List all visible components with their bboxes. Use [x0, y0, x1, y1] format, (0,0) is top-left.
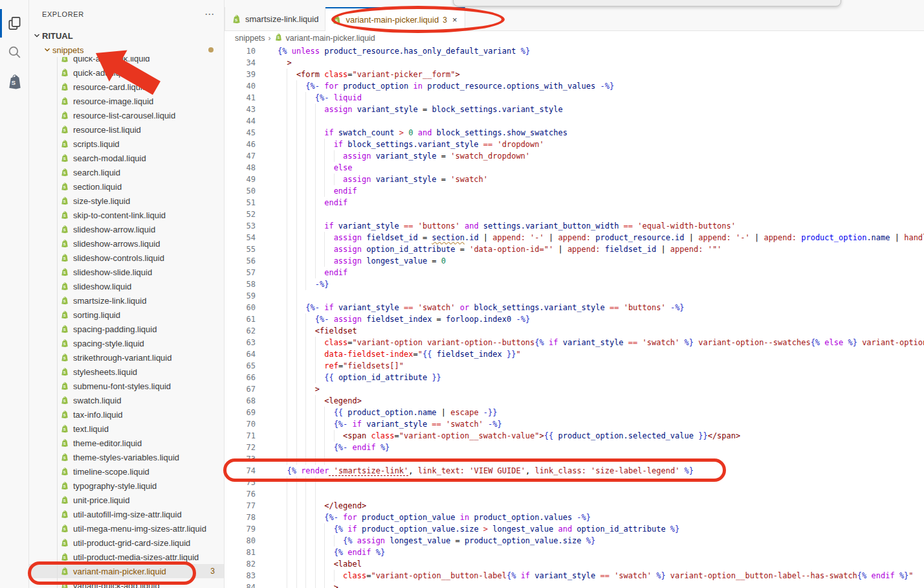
indent-guide: [334, 535, 343, 547]
code-line-34[interactable]: 34>: [225, 57, 924, 69]
file-row[interactable]: Sspacing-style.liquid: [29, 336, 224, 350]
code-line-49[interactable]: 49assign variant_style = 'swatch': [225, 174, 924, 185]
code-line-64[interactable]: 64data-fieldset-index="{{ fieldset_index…: [225, 348, 924, 360]
shopify-icon[interactable]: S: [0, 67, 29, 96]
file-row[interactable]: Sslideshow-controls.liquid: [29, 251, 224, 265]
indent-guide: [315, 418, 324, 430]
breadcrumb-folder[interactable]: snippets: [235, 34, 265, 43]
file-row[interactable]: Ssection.liquid: [29, 179, 224, 194]
svg-text:S: S: [63, 199, 66, 203]
file-row[interactable]: Sstrikethrough-variant.liquid: [29, 350, 224, 365]
code-line-10[interactable]: 10{% unless product_resource.has_only_de…: [225, 45, 924, 57]
indent-guide: [305, 197, 314, 209]
code-line-57[interactable]: 57endif: [225, 267, 924, 278]
views-actions-icon[interactable]: ⋯: [204, 8, 215, 20]
file-row[interactable]: Sresource-list.liquid: [29, 122, 224, 137]
sidebar-item-project-root[interactable]: RITUAL: [29, 28, 224, 43]
code-line-83[interactable]: 83class="variant-option__button-label{% …: [225, 570, 924, 582]
code-line-84[interactable]: 84>: [225, 582, 924, 588]
svg-text:S: S: [63, 370, 66, 374]
indent-guide: [287, 255, 296, 267]
file-row[interactable]: Sskip-to-content-link.liquid: [29, 208, 224, 222]
file-row[interactable]: Ssmartsize-link.liquid: [29, 293, 224, 308]
code-line-78[interactable]: 78{%- for product_option_value in produc…: [225, 512, 924, 523]
code-line-72[interactable]: 72{%- endif %}: [225, 442, 924, 453]
file-row[interactable]: Ssearch-modal.liquid: [29, 151, 224, 165]
code-line-54[interactable]: 54assign fieldset_id = section.id | appe…: [225, 232, 924, 243]
indent-guide: [305, 407, 314, 418]
file-row[interactable]: Sutil-mega-menu-img-sizes-attr.liquid: [29, 521, 224, 536]
file-row[interactable]: Sspacing-padding.liquid: [29, 322, 224, 336]
tab-smartsize-link-liquid[interactable]: Ssmartsize-link.liquid: [225, 7, 325, 30]
code-line-69[interactable]: 69{{ product_option.name | escape -}}: [225, 407, 924, 418]
code-line-79[interactable]: 79{% if product_option_value.size > long…: [225, 523, 924, 535]
code-line-46[interactable]: 46if block_settings.variant_style == 'dr…: [225, 139, 924, 150]
file-row[interactable]: Sscripts.liquid: [29, 137, 224, 151]
code-line-40[interactable]: 40{%- for product_option in product_reso…: [225, 80, 924, 92]
code-line-71[interactable]: 71<span class="variant-option__swatch-va…: [225, 430, 924, 442]
code-line-82[interactable]: 82<label: [225, 558, 924, 570]
code-line-41[interactable]: 41{%- liquid: [225, 92, 924, 104]
file-row[interactable]: Sslideshow.liquid: [29, 279, 224, 293]
file-row[interactable]: Stheme-editor.liquid: [29, 436, 224, 450]
indent-guide: [287, 127, 296, 139]
search-icon[interactable]: [0, 38, 29, 66]
file-row[interactable]: Sunit-price.liquid: [29, 493, 224, 507]
file-row[interactable]: Stimeline-scope.liquid: [29, 464, 224, 479]
file-name: strikethrough-variant.liquid: [73, 353, 171, 363]
code-line-55[interactable]: 55assign option_id_attribute = 'data-opt…: [225, 243, 924, 255]
code-line-53[interactable]: 53if variant_style == 'buttons' and sett…: [225, 220, 924, 232]
code-line-51[interactable]: 51endif: [225, 197, 924, 209]
code-line-67[interactable]: 67>: [225, 383, 924, 395]
code-line-63[interactable]: 63class="variant-option variant-option--…: [225, 337, 924, 348]
file-row[interactable]: Sstylesheets.liquid: [29, 365, 224, 379]
code-line-50[interactable]: 50endif: [225, 185, 924, 197]
code-line-52[interactable]: 52: [225, 209, 924, 220]
file-row[interactable]: Sslideshow-arrows.liquid: [29, 236, 224, 251]
file-row[interactable]: Sslideshow-slide.liquid: [29, 265, 224, 279]
command-palette-remnant[interactable]: [453, 0, 841, 6]
file-row[interactable]: Ssize-style.liquid: [29, 194, 224, 208]
code-line-59[interactable]: 59: [225, 290, 924, 302]
indent-guide: [315, 360, 324, 372]
file-row[interactable]: Stheme-styles-variables.liquid: [29, 450, 224, 464]
code-line-58[interactable]: 58-%}: [225, 278, 924, 290]
code-line-62[interactable]: 62<fieldset: [225, 325, 924, 337]
explorer-files-icon[interactable]: [0, 9, 29, 38]
breadcrumb-file[interactable]: variant-main-picker.liquid: [286, 34, 375, 43]
file-row[interactable]: Ssearch.liquid: [29, 165, 224, 179]
code-line-65[interactable]: 65ref="fieldsets[]": [225, 360, 924, 372]
indent-guide: [315, 582, 324, 588]
file-row[interactable]: Sutil-product-grid-card-size.liquid: [29, 536, 224, 550]
file-row[interactable]: Sutil-autofill-img-size-attr.liquid: [29, 507, 224, 521]
breadcrumb[interactable]: snippets › S variant-main-picker.liquid: [225, 31, 924, 45]
code-line-47[interactable]: 47assign variant_style = 'swatch_dropdow…: [225, 150, 924, 162]
code-line-76[interactable]: 76: [225, 488, 924, 500]
code-line-45[interactable]: 45if swatch_count > 0 and block_settings…: [225, 127, 924, 139]
file-row[interactable]: Stypography-style.liquid: [29, 479, 224, 493]
file-row[interactable]: Sswatch.liquid: [29, 393, 224, 407]
code-editor[interactable]: 10{% unless product_resource.has_only_de…: [225, 45, 924, 588]
file-name: search.liquid: [73, 168, 120, 177]
file-row[interactable]: Stax-info.liquid: [29, 407, 224, 422]
code-line-81[interactable]: 81{% endif %}: [225, 547, 924, 558]
code-line-39[interactable]: 39<form class="variant-picker__form">: [225, 69, 924, 80]
file-row[interactable]: Sslideshow-arrow.liquid: [29, 222, 224, 236]
file-row[interactable]: Sresource-list-carousel.liquid: [29, 108, 224, 122]
code-line-68[interactable]: 68<legend>: [225, 395, 924, 407]
code-line-43[interactable]: 43assign variant_style = block_settings.…: [225, 104, 924, 115]
code-line-70[interactable]: 70{%- if variant_style == 'swatch' -%}: [225, 418, 924, 430]
code-line-77[interactable]: 77</legend>: [225, 500, 924, 512]
file-row[interactable]: Ssubmenu-font-styles.liquid: [29, 379, 224, 393]
svg-text:S: S: [63, 142, 66, 146]
code-line-61[interactable]: 61{%- assign fieldset_index = forloop.in…: [225, 313, 924, 325]
file-row[interactable]: Stext.liquid: [29, 422, 224, 436]
code-line-80[interactable]: 80{% assign longest_value = product_opti…: [225, 535, 924, 547]
code-line-56[interactable]: 56assign longest_value = 0: [225, 255, 924, 267]
code-line-60[interactable]: 60{%- if variant_style == 'swatch' or bl…: [225, 302, 924, 313]
indent-guide: [287, 418, 296, 430]
file-row[interactable]: Ssorting.liquid: [29, 308, 224, 322]
code-line-48[interactable]: 48else: [225, 162, 924, 174]
code-line-44[interactable]: 44: [225, 115, 924, 127]
code-line-66[interactable]: 66{{ option_id_attribute }}: [225, 372, 924, 383]
